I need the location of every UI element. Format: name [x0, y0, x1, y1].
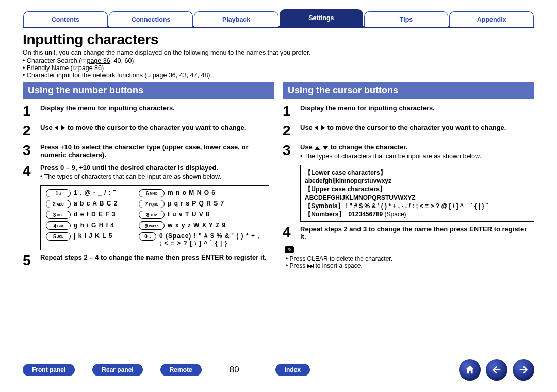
label-lower-case: 【Lower case characters】 — [305, 168, 530, 177]
tab-contents[interactable]: Contents — [23, 11, 108, 27]
chars-numbers: 0123456789 — [349, 211, 385, 218]
left-arrow-icon — [315, 125, 318, 130]
link-page-86[interactable]: page 86 — [78, 64, 102, 72]
pointer-icon: ☞ — [147, 72, 153, 79]
step-number: 3 — [283, 143, 295, 160]
keypad-key-3: 3DEF — [46, 211, 71, 219]
left-step-4: 4 Press 0 – 9, +10 until the desired cha… — [23, 164, 274, 180]
step-number: 1 — [283, 104, 295, 118]
footer: Front panel Rear panel Remote 80 Index — [0, 359, 557, 381]
label-upper-case: 【Upper case characters】 — [305, 185, 530, 193]
step-number: 2 — [283, 124, 295, 138]
keypad-key-0: 0␣ — [139, 232, 156, 241]
left-step-5: 5 Repeat steps 2 – 4 to change the name … — [23, 253, 274, 268]
right-step-3: 3 Use to change the character. The types… — [283, 143, 534, 160]
footer-front-panel-button[interactable]: Front panel — [23, 364, 75, 376]
page-intro: On this unit, you can change the name di… — [23, 49, 534, 56]
tab-tips[interactable]: Tips — [364, 11, 449, 27]
up-arrow-icon — [315, 146, 320, 150]
bullet-network-functions: Character input for the network function… — [23, 72, 534, 79]
tab-connections[interactable]: Connections — [109, 11, 193, 27]
hint-clear: Press CLEAR to delete the character. — [286, 255, 534, 262]
step-number: 1 — [23, 104, 35, 118]
bullet-character-search: Character Search (☞page 36, 40, 60) — [23, 57, 534, 64]
column-cursor-buttons: Using the cursor buttons 1 Display the m… — [283, 82, 534, 273]
keypad-chars-7: p q r s P Q R S 7 — [168, 200, 264, 208]
tab-settings[interactable]: Settings — [280, 9, 363, 27]
keypad-key-4: 4GHI — [46, 221, 71, 230]
column-number-buttons: Using the number buttons 1 Display the m… — [23, 82, 274, 273]
section-header-cursor-buttons: Using the cursor buttons — [283, 82, 534, 99]
page-title: Inputting characters — [23, 31, 534, 48]
home-button[interactable] — [459, 359, 481, 381]
label-symbols: 【Symbols】 — [305, 202, 344, 210]
pencil-icon: ✎ — [285, 246, 294, 253]
step-number: 4 — [23, 164, 35, 180]
footer-remote-button[interactable]: Remote — [160, 364, 202, 376]
keypad-table: 1./ 1 . @ - _ / : ˜ 6MNO m n o M N O 6 2… — [40, 185, 269, 250]
bullet-friendly-name: Friendly Name (☞page 86) — [23, 64, 534, 72]
left-arrow-icon — [55, 125, 58, 130]
step-number: 3 — [23, 143, 35, 159]
character-reference-box: 【Lower case characters】 abcdefghijklmnop… — [300, 165, 534, 222]
label-numbers: 【Numbers】 — [305, 211, 345, 218]
left-step-3: 3 Press +10 to select the character type… — [23, 143, 274, 159]
left-step-1: 1 Display the menu for inputting charact… — [23, 104, 274, 118]
keypad-chars-1: 1 . @ - _ / : ˜ — [74, 189, 136, 197]
keypad-chars-2: a b c A B C 2 — [74, 200, 136, 208]
left-step-2: 2 Use to move the cursor to the characte… — [23, 124, 274, 138]
footer-rear-panel-button[interactable]: Rear panel — [92, 364, 142, 376]
step-number: 5 — [23, 253, 35, 268]
chars-symbols: ! " # $ % & ' ( ) * + , - . / : ; < = > … — [344, 202, 488, 210]
section-header-number-buttons: Using the number buttons — [23, 82, 274, 99]
chars-upper: ABCDEFGHIJKLMNOPQRSTUVWXYZ — [305, 194, 530, 202]
chars-lower: abcdefghijklmnopqrstuvwxyz — [305, 177, 530, 185]
next-page-button[interactable] — [513, 359, 534, 381]
tab-playback[interactable]: Playback — [194, 11, 278, 27]
home-icon — [464, 364, 476, 376]
right-arrow-icon — [321, 125, 325, 130]
arrow-left-icon — [491, 364, 502, 376]
hint-insert-space: Press to insert a space. — [286, 262, 534, 269]
link-page-36b[interactable]: page 36 — [153, 72, 176, 79]
keypad-key-9: 9WXYZ — [139, 221, 165, 230]
step-number: 2 — [23, 124, 35, 138]
keypad-chars-3: d e f D E F 3 — [74, 211, 136, 219]
keypad-chars-5: j k l J K L 5 — [74, 232, 136, 247]
footer-index-button[interactable]: Index — [275, 364, 310, 376]
prev-page-button[interactable] — [486, 359, 507, 381]
keypad-chars-0a: 0 (Space) ! " # $ % & ' ( ) * + , — [159, 232, 264, 240]
keypad-key-7: 7PQRS — [139, 200, 165, 208]
keypad-chars-4: g h i G H I 4 — [74, 221, 136, 230]
right-step-4: 4 Repeat steps 2 and 3 to change the nam… — [283, 225, 534, 241]
right-step-2: 2 Use to move the cursor to the characte… — [283, 124, 534, 138]
link-page-36[interactable]: page 36 — [87, 57, 110, 64]
keypad-key-2: 2ABC — [46, 200, 71, 208]
right-step-1: 1 Display the menu for inputting charact… — [283, 104, 534, 118]
keypad-key-5: 5JKL — [46, 232, 71, 241]
keypad-chars-6: m n o M N O 6 — [168, 189, 264, 197]
arrow-right-icon — [518, 364, 529, 376]
top-tabs: Contents Connections Playback Settings T… — [23, 9, 534, 27]
down-arrow-icon — [323, 146, 328, 150]
page-bullets: Character Search (☞page 36, 40, 60) Frie… — [23, 57, 534, 79]
keypad-key-8: 8TUV — [139, 211, 165, 219]
hints-block: ✎ Press CLEAR to delete the character. P… — [285, 246, 534, 269]
step-number: 4 — [283, 225, 295, 241]
pointer-icon: ☞ — [81, 57, 87, 64]
space-label: (Space) — [385, 211, 406, 218]
keypad-key-1: 1./ — [46, 189, 71, 197]
page-number: 80 — [230, 365, 239, 375]
right-arrow-icon — [61, 125, 65, 130]
keypad-chars-0b: ; < = > ? [ \ ] ^ ` { | } — [159, 240, 264, 247]
keypad-chars-9: w x y z W X Y Z 9 — [168, 221, 264, 230]
keypad-key-6: 6MNO — [139, 189, 165, 197]
tab-appendix[interactable]: Appendix — [449, 11, 534, 27]
keypad-chars-8: t u v T U V 8 — [168, 211, 264, 219]
pointer-icon: ☞ — [73, 64, 78, 72]
